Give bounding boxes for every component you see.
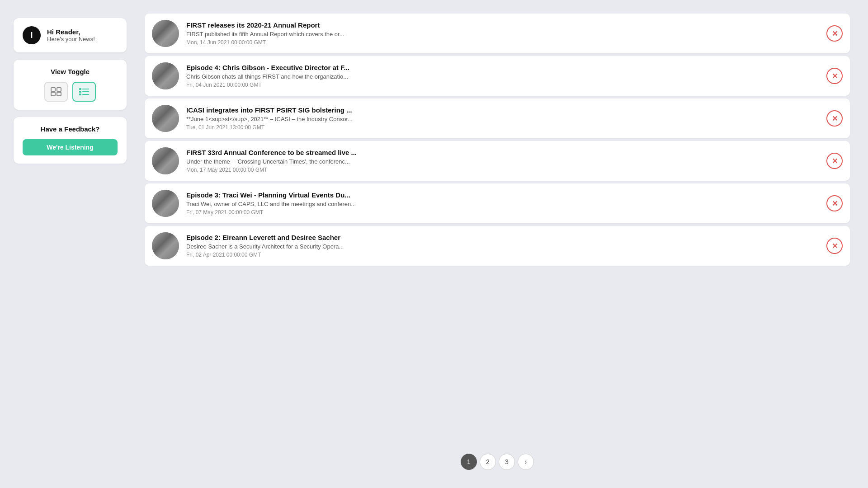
thumbnail-image xyxy=(152,232,179,259)
news-date: Mon, 17 May 2021 00:00:00 GMT xyxy=(186,167,814,173)
delete-button[interactable]: ✕ xyxy=(826,68,843,84)
news-date: Mon, 14 Jun 2021 00:00:00 GMT xyxy=(186,39,814,46)
news-item: Episode 4: Chris Gibson - Executive Dire… xyxy=(145,56,850,96)
news-text-block: Episode 2: Eireann Leverett and Desiree … xyxy=(186,234,814,258)
greeting-hi: Hi Reader, xyxy=(47,28,95,36)
greeting-text: Hi Reader, Here's your News! xyxy=(47,28,95,42)
news-title: Episode 4: Chris Gibson - Executive Dire… xyxy=(186,64,814,71)
greeting-sub: Here's your News! xyxy=(47,36,95,42)
news-title: FIRST releases its 2020-21 Annual Report xyxy=(186,21,814,29)
feedback-button[interactable]: We're Listening xyxy=(23,139,118,155)
svg-rect-9 xyxy=(82,94,89,95)
news-item: Episode 3: Traci Wei - Planning Virtual … xyxy=(145,183,850,223)
news-excerpt: **June 1<sup>st</sup>, 2021** – ICASI – … xyxy=(186,116,814,122)
news-thumbnail xyxy=(152,190,179,217)
news-title: ICASI integrates into FIRST PSIRT SIG bo… xyxy=(186,106,814,114)
pagination: 123› xyxy=(145,454,850,470)
page-button-1[interactable]: 1 xyxy=(461,454,477,470)
svg-rect-7 xyxy=(82,91,89,92)
svg-rect-4 xyxy=(79,88,81,90)
news-title: Episode 2: Eireann Leverett and Desiree … xyxy=(186,234,814,241)
page-button-2[interactable]: 2 xyxy=(480,454,496,470)
news-excerpt: Chris Gibson chats all things FIRST and … xyxy=(186,73,814,80)
svg-rect-3 xyxy=(57,92,61,96)
news-excerpt: Under the theme – 'Crossing Uncertain Ti… xyxy=(186,158,814,165)
thumbnail-image xyxy=(152,147,179,174)
delete-button[interactable]: ✕ xyxy=(826,195,843,211)
card-view-button[interactable] xyxy=(44,82,68,102)
news-thumbnail xyxy=(152,62,179,89)
thumbnail-image xyxy=(152,105,179,132)
news-date: Tue, 01 Jun 2021 13:00:00 GMT xyxy=(186,124,814,131)
news-date: Fri, 04 Jun 2021 00:00:00 GMT xyxy=(186,82,814,88)
svg-rect-6 xyxy=(79,91,81,93)
news-excerpt: FIRST published its fifth Annual Report … xyxy=(186,31,814,38)
news-text-block: FIRST releases its 2020-21 Annual Report… xyxy=(186,21,814,46)
svg-rect-2 xyxy=(51,92,55,96)
news-text-block: ICASI integrates into FIRST PSIRT SIG bo… xyxy=(186,106,814,131)
delete-button[interactable]: ✕ xyxy=(826,25,843,42)
news-title: Episode 3: Traci Wei - Planning Virtual … xyxy=(186,191,814,199)
next-page-button[interactable]: › xyxy=(518,454,534,470)
toggle-buttons xyxy=(23,82,118,102)
svg-rect-8 xyxy=(79,94,81,95)
news-date: Fri, 02 Apr 2021 00:00:00 GMT xyxy=(186,252,814,258)
greeting-card: Hi Reader, Here's your News! xyxy=(14,18,127,52)
view-toggle-title: View Toggle xyxy=(23,68,118,75)
news-thumbnail xyxy=(152,232,179,259)
news-text-block: FIRST 33rd Annual Conference to be strea… xyxy=(186,149,814,173)
svg-rect-0 xyxy=(51,88,55,91)
svg-rect-1 xyxy=(57,88,61,91)
news-excerpt: Traci Wei, owner of CAPS, LLC and the me… xyxy=(186,201,814,207)
delete-button[interactable]: ✕ xyxy=(826,153,843,169)
news-item: ICASI integrates into FIRST PSIRT SIG bo… xyxy=(145,99,850,138)
news-title: FIRST 33rd Annual Conference to be strea… xyxy=(186,149,814,156)
list-view-button[interactable] xyxy=(72,82,96,102)
thumbnail-image xyxy=(152,190,179,217)
news-item: Episode 2: Eireann Leverett and Desiree … xyxy=(145,226,850,266)
news-text-block: Episode 4: Chris Gibson - Executive Dire… xyxy=(186,64,814,88)
main-content: FIRST releases its 2020-21 Annual Report… xyxy=(136,9,859,479)
news-item: FIRST 33rd Annual Conference to be strea… xyxy=(145,141,850,181)
delete-button[interactable]: ✕ xyxy=(826,238,843,254)
thumbnail-image xyxy=(152,62,179,89)
news-date: Fri, 07 May 2021 00:00:00 GMT xyxy=(186,209,814,216)
news-text-block: Episode 3: Traci Wei - Planning Virtual … xyxy=(186,191,814,216)
news-thumbnail xyxy=(152,147,179,174)
feedback-card: Have a Feedback? We're Listening xyxy=(14,117,127,164)
news-list: FIRST releases its 2020-21 Annual Report… xyxy=(145,14,850,445)
news-item: FIRST releases its 2020-21 Annual Report… xyxy=(145,14,850,53)
avatar xyxy=(23,26,41,44)
news-thumbnail xyxy=(152,20,179,47)
delete-button[interactable]: ✕ xyxy=(826,110,843,127)
feedback-title: Have a Feedback? xyxy=(23,125,118,133)
news-thumbnail xyxy=(152,105,179,132)
news-excerpt: Desiree Sacher is a Security Architect f… xyxy=(186,243,814,250)
sidebar: Hi Reader, Here's your News! View Toggle xyxy=(9,9,136,479)
svg-rect-5 xyxy=(82,89,89,89)
view-toggle-card: View Toggle xyxy=(14,60,127,110)
thumbnail-image xyxy=(152,20,179,47)
page-button-3[interactable]: 3 xyxy=(499,454,515,470)
